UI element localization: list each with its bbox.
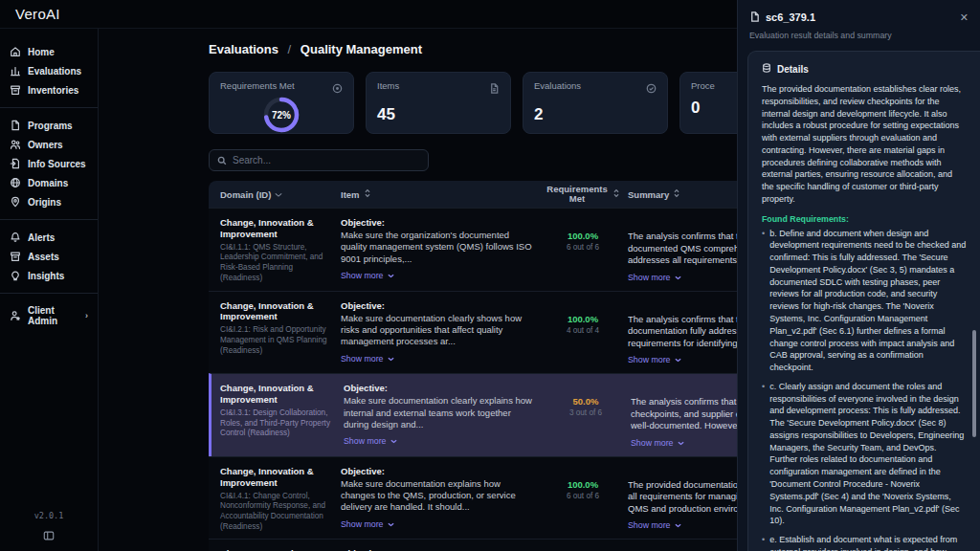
bullet-dot: • <box>762 381 765 527</box>
details-card: Details The provided documentation estab… <box>747 51 980 551</box>
close-icon[interactable]: ✕ <box>960 12 969 23</box>
show-more-label: Show more <box>344 436 387 446</box>
sidebar-item-evaluations[interactable]: Evaluations <box>0 61 98 80</box>
sidebar-nav: HomeEvaluationsInventoriesProgramsOwners… <box>0 29 98 334</box>
requirements-ratio: 4 out of 4 <box>567 326 599 335</box>
bullet-dot: • <box>762 228 765 374</box>
client-admin-icon <box>10 310 21 321</box>
objective-label: Objective: <box>341 466 546 476</box>
stat-value: 45 <box>377 105 500 124</box>
panel-title: sc6_379.1 <box>766 11 815 23</box>
requirements-percent: 50.0% <box>573 396 599 407</box>
search-icon <box>217 152 227 169</box>
sidebar-item-label: Owners <box>28 140 63 150</box>
sidebar-item-origins[interactable]: Origins <box>0 192 98 211</box>
show-more-link[interactable]: Show more <box>341 519 394 529</box>
column-header-domain-id-[interactable]: Domain (ID) <box>209 189 341 200</box>
domain-id: CI&I.2.1: Risk and Opportunity Managemen… <box>220 325 341 356</box>
target-icon <box>332 80 343 98</box>
stat-value: 2 <box>534 105 657 124</box>
sidebar-item-label: Alerts <box>28 232 55 243</box>
sidebar-group: ProgramsOwnersInfo SourcesDomainsOrigins <box>0 107 98 215</box>
objective-text: Make sure documentation explains how cha… <box>341 478 546 514</box>
show-more-label: Show more <box>341 271 384 280</box>
database-icon <box>762 63 771 75</box>
show-more-link[interactable]: Show more <box>628 520 681 530</box>
sidebar-group: HomeEvaluationsInventories <box>0 38 98 103</box>
sort-icon <box>673 188 680 200</box>
objective-text: Make sure documentation clearly shows ho… <box>341 313 546 348</box>
app-logo[interactable]: VeroAI <box>15 6 60 22</box>
sidebar-item-owners[interactable]: Owners <box>0 135 98 154</box>
sidebar-item-inventories[interactable]: Inventories <box>0 80 98 99</box>
found-requirement-item: •e. Establish and document what is expec… <box>762 534 967 551</box>
breadcrumb-current: Quality Management <box>301 42 422 56</box>
sidebar: HomeEvaluationsInventoriesProgramsOwners… <box>0 29 99 551</box>
panel-subtitle: Evaluation result details and summary <box>749 31 969 40</box>
sidebar-item-label: Insights <box>28 271 64 281</box>
sidebar-item-domains[interactable]: Domains <box>0 173 98 192</box>
sidebar-item-label: Programs <box>28 121 73 131</box>
search-input[interactable] <box>233 155 420 165</box>
version-label: v2.0.1 <box>0 511 98 520</box>
breadcrumb-separator: / <box>288 42 292 56</box>
sidebar-item-assets[interactable]: Assets <box>0 247 98 266</box>
chevron-down-icon <box>678 438 684 448</box>
found-requirement-item: •b. Define and document when design and … <box>762 228 967 374</box>
sidebar-item-info-sources[interactable]: Info Sources <box>0 154 98 173</box>
details-title: Details <box>777 64 809 75</box>
column-header-item[interactable]: Item <box>341 188 546 200</box>
sidebar-group: AlertsAssetsInsights <box>0 219 98 289</box>
show-more-link[interactable]: Show more <box>341 271 394 280</box>
requirements-ratio: 6 out of 6 <box>567 492 599 500</box>
domain-id: CI&I.1.1: QMS Structure, Leadership Comm… <box>220 243 341 284</box>
sidebar-item-home[interactable]: Home <box>0 42 98 61</box>
show-more-link[interactable]: Show more <box>344 436 397 446</box>
domain-name: Change, Innovation & Improvement <box>220 300 341 323</box>
file-icon <box>489 80 500 98</box>
show-more-link[interactable]: Show more <box>631 438 684 448</box>
domains-icon <box>10 177 21 188</box>
owners-icon <box>10 139 21 150</box>
objective-label: Objective: <box>341 217 546 228</box>
insights-icon <box>10 270 21 281</box>
show-more-label: Show more <box>628 355 671 364</box>
sidebar-item-insights[interactable]: Insights <box>0 266 98 285</box>
sidebar-footer: v2.0.1 <box>0 511 98 545</box>
requirements-donut: 72% <box>262 96 301 134</box>
panel-scrollbar[interactable] <box>972 330 976 437</box>
found-requirement-item: •c. Clearly assign and document the role… <box>762 381 967 527</box>
column-header-requirements-met[interactable]: Requirements Met <box>546 185 620 205</box>
stat-card-evaluations: Evaluations2 <box>523 72 668 134</box>
sidebar-item-programs[interactable]: Programs <box>0 116 98 135</box>
evaluations-icon <box>10 65 21 77</box>
show-more-link[interactable]: Show more <box>628 273 681 282</box>
chevron-down-icon <box>275 189 282 200</box>
alerts-icon <box>10 231 21 243</box>
sidebar-item-label: Domains <box>28 178 68 188</box>
sidebar-item-label: Evaluations <box>28 66 81 77</box>
breadcrumb-parent[interactable]: Evaluations <box>209 42 278 56</box>
show-more-link[interactable]: Show more <box>628 355 681 364</box>
show-more-link[interactable]: Show more <box>341 354 394 364</box>
check-circle-icon <box>646 80 657 98</box>
chevron-down-icon <box>675 355 681 364</box>
search-box[interactable] <box>209 149 429 171</box>
requirements-percent: 100.0% <box>568 231 598 241</box>
stat-card-requirements-met: Requirements Met72% <box>209 72 354 134</box>
sidebar-item-client-admin[interactable]: Client Admin› <box>0 301 98 330</box>
panel-header: sc6_379.1 ✕ Evaluation result details an… <box>738 0 980 40</box>
panel-collapse-icon <box>43 528 55 544</box>
sidebar-item-label: Origins <box>28 197 61 208</box>
requirements-percent: 100.0% <box>568 314 598 324</box>
sidebar-item-alerts[interactable]: Alerts <box>0 228 98 247</box>
sidebar-item-label: Info Sources <box>28 159 86 169</box>
sort-icon <box>612 188 620 200</box>
sidebar-collapse-button[interactable] <box>43 528 55 545</box>
sidebar-item-label: Inventories <box>28 85 78 96</box>
stat-label: Requirements Met <box>220 80 295 91</box>
column-label: Summary <box>628 189 669 200</box>
column-label: Domain (ID) <box>220 189 271 200</box>
inventories-icon <box>10 84 21 96</box>
chevron-down-icon <box>388 354 394 364</box>
